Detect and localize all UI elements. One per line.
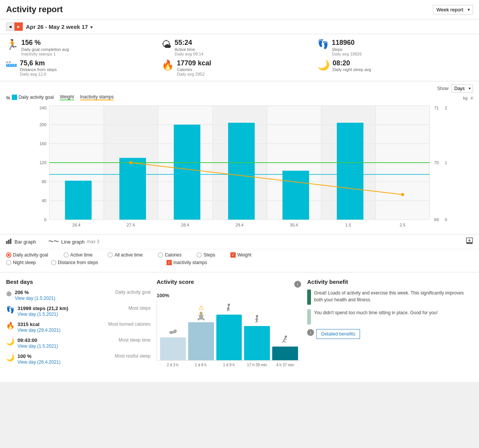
legend-daily-activity-goal[interactable]: Daily activity goal	[12, 95, 54, 100]
stat-daily-goal: 🏃 156 % Daily goal completion avg Inacti…	[6, 39, 162, 56]
radio-night-sleep[interactable]	[6, 260, 11, 265]
checkbox-label-night-sleep: Night sleep	[13, 260, 36, 265]
svg-rect-65	[199, 316, 203, 320]
checkbox-steps[interactable]: Steps	[197, 252, 215, 258]
checkbox-row-1: Daily activity goal Active time All acti…	[6, 252, 473, 258]
svg-text:2: 2	[445, 106, 447, 110]
svg-text:A B: A B	[6, 60, 11, 64]
radio-active-time[interactable]	[63, 252, 69, 258]
svg-rect-38	[65, 181, 92, 220]
check-weight[interactable]	[230, 252, 236, 258]
radio-daily-activity-goal[interactable]	[6, 252, 11, 258]
best-day-category-1: Most steps	[128, 306, 151, 311]
bottom-panels: Best days ⊕ 206 % View day (1.5.2021) Da…	[0, 272, 479, 382]
svg-text:28.4: 28.4	[181, 223, 189, 227]
legend-label-inactivity: Inactivity stamps	[80, 94, 114, 100]
best-days-panel: Best days ⊕ 206 % View day (1.5.2021) Da…	[6, 279, 151, 376]
best-day-link-3[interactable]: View day (1.5.2021)	[17, 344, 58, 349]
play-arrow[interactable]: ►	[14, 22, 23, 31]
checkbox-distance-from-steps[interactable]: Distance from steps	[51, 260, 98, 265]
checkbox-active-time[interactable]: Active time	[63, 252, 93, 258]
checkbox-label-inactivity-stamps: Inactivity stamps	[173, 260, 207, 265]
activity-col-4	[272, 336, 298, 360]
svg-text:40: 40	[42, 198, 46, 203]
stats-section: 🏃 156 % Daily goal completion avg Inacti…	[0, 34, 479, 81]
chart-section: Show Days % Daily activity goal Weight	[0, 81, 479, 234]
benefit-info-icon[interactable]: i	[307, 329, 314, 336]
chart-legend: Daily activity goal Weight Inactivity st…	[12, 94, 114, 100]
svg-text:71: 71	[434, 106, 439, 110]
legend-label-weight: Weight	[60, 94, 74, 100]
best-day-icon-0: ⊕	[6, 290, 12, 298]
best-day-icon-3: 🌙	[6, 337, 14, 346]
checkbox-label-steps: Steps	[203, 252, 215, 258]
legend-inactivity[interactable]: Inactivity stamps	[80, 94, 114, 100]
max-label: max 3	[87, 239, 100, 244]
moon-icon: 🌙	[317, 59, 330, 71]
hash-axis-label: #	[471, 96, 473, 100]
svg-line-80	[257, 320, 258, 322]
svg-text:0: 0	[445, 217, 447, 222]
activity-label-2: 1 d 9 h	[216, 363, 242, 367]
activity-label-3: 17 h 39 min	[244, 363, 270, 367]
check-inactivity-stamps[interactable]	[167, 260, 172, 265]
date-range[interactable]: Apr 26 - May 2 week 17 ▼	[26, 24, 94, 30]
stat-sub-distance: Daily avg 12,6	[20, 72, 57, 76]
stat-calories: 🔥 17709 kcal Calories Daily avg 2952	[162, 59, 317, 77]
running-icon: 🏃	[6, 39, 18, 51]
svg-text:1.5: 1.5	[345, 223, 351, 227]
stat-value-distance: 75,6 km	[20, 59, 57, 68]
checkbox-label-weight: Weight	[237, 252, 251, 258]
svg-rect-68	[203, 318, 205, 320]
prev-arrow[interactable]: ◄	[6, 22, 14, 31]
line-graph-label: Line graph	[61, 239, 84, 245]
best-day-category-4: Most restful sleep	[115, 353, 151, 359]
best-day-value-4: 100 %	[17, 353, 60, 359]
checkbox-daily-activity-goal[interactable]: Daily activity goal	[6, 252, 48, 258]
svg-point-63	[174, 329, 177, 332]
days-select[interactable]: Days	[452, 84, 473, 93]
svg-rect-57	[10, 239, 11, 244]
activity-score-panel: Activity score i 100%	[157, 279, 301, 376]
checkbox-label-calories: Calories	[165, 252, 181, 258]
best-day-value-0: 206 %	[15, 290, 56, 295]
activity-col-3	[244, 315, 270, 360]
stat-label-sleep: Daily night sleep avg	[333, 67, 371, 72]
legend-label-activity: Daily activity goal	[19, 95, 54, 100]
best-day-link-0[interactable]: View day (1.5.2021)	[15, 296, 56, 301]
show-label: Show	[437, 86, 449, 91]
radio-distance-from-steps[interactable]	[51, 260, 56, 265]
stat-label-calories: Calories	[177, 67, 211, 72]
bar-graph-control[interactable]: Bar graph	[6, 239, 36, 245]
best-day-link-2[interactable]: View day (29.4.2021)	[17, 328, 60, 333]
week-report-select[interactable]: Week report	[433, 5, 473, 14]
activity-benefit-title: Activity benefit	[307, 279, 473, 285]
checkbox-inactivity-stamps[interactable]: Inactivity stamps	[167, 260, 207, 265]
benefit-indicator-1	[307, 309, 311, 325]
detailed-benefits-button[interactable]: Detailed benefits	[316, 329, 360, 339]
checkbox-weight[interactable]: Weight	[230, 252, 251, 258]
radio-all-active-time[interactable]	[108, 252, 113, 258]
benefit-text-1: You didn't spend too much time sitting i…	[314, 309, 438, 316]
svg-text:70: 70	[434, 160, 439, 165]
svg-rect-43	[337, 123, 363, 220]
svg-line-85	[284, 341, 285, 342]
export-icon[interactable]	[466, 237, 473, 246]
radio-steps[interactable]	[197, 252, 202, 258]
best-day-link-4[interactable]: View day (26.4.2021)	[17, 359, 60, 365]
radio-calories[interactable]	[158, 252, 163, 258]
best-day-link-1[interactable]: View day (1.5.2021)	[17, 312, 58, 317]
main-chart: 0 40 80 120 160 200 240 69 70 71 0 1 2	[6, 102, 473, 231]
activity-score-info-icon[interactable]: i	[294, 281, 301, 288]
checkbox-night-sleep[interactable]: Night sleep	[6, 260, 36, 265]
svg-text:29.4: 29.4	[235, 223, 243, 227]
svg-text:80: 80	[42, 179, 46, 184]
line-graph-control[interactable]: 〜〜 Line graph max 3	[48, 238, 99, 245]
stat-sub-calories: Daily avg 2952	[177, 72, 211, 76]
stat-active-time: 🌤 55:24 Active time Daily avg 09:14	[162, 39, 317, 56]
checkbox-calories[interactable]: Calories	[158, 252, 181, 258]
legend-weight[interactable]: Weight	[60, 94, 74, 100]
footprint-icon: 👣	[317, 39, 329, 49]
checkbox-label-active-time: Active time	[70, 252, 93, 258]
checkbox-all-active-time[interactable]: All active time	[108, 252, 143, 258]
